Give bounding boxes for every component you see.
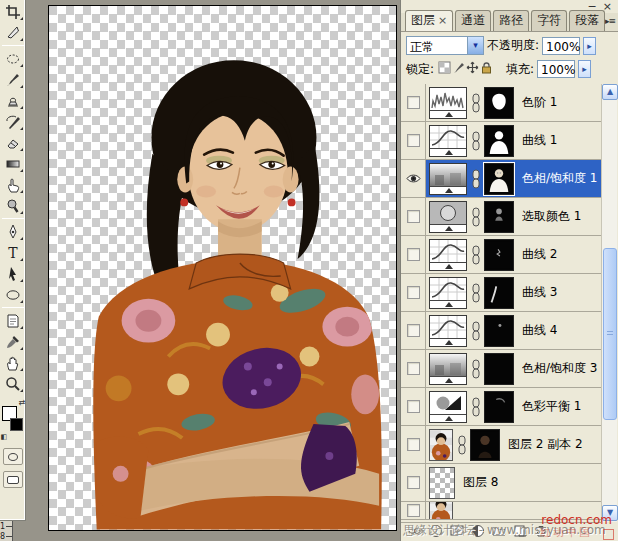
layer-mask-thumbnail[interactable] xyxy=(484,163,514,195)
visibility-toggle[interactable] xyxy=(401,464,426,501)
close-button[interactable]: × xyxy=(603,2,612,11)
layer-row[interactable]: 图层 8 xyxy=(401,464,601,502)
pen-tool[interactable] xyxy=(1,221,25,242)
shape-tool[interactable] xyxy=(1,284,25,305)
tab-character[interactable]: 字符 xyxy=(531,10,567,31)
adjustment-thumbnail[interactable] xyxy=(429,277,467,309)
brush-tool[interactable] xyxy=(1,69,25,90)
link-chain-icon[interactable] xyxy=(470,167,481,191)
layer-mask-icon[interactable] xyxy=(450,524,464,540)
layer-group-icon[interactable] xyxy=(492,524,506,540)
scroll-up-icon[interactable]: ▲ xyxy=(602,84,618,100)
tab-close-icon[interactable]: × xyxy=(438,14,447,27)
adjustment-thumbnail[interactable] xyxy=(429,315,467,347)
blend-mode-select[interactable]: 正常 ▾ xyxy=(406,36,484,55)
tab-paragraph[interactable]: 段落 xyxy=(569,10,605,31)
adjustment-layer-icon[interactable] xyxy=(471,524,485,540)
fill-input[interactable]: 100% xyxy=(537,60,575,78)
layer-row[interactable]: 色彩平衡 1 xyxy=(401,388,601,426)
link-chain-icon[interactable] xyxy=(470,205,481,229)
adjustment-thumbnail[interactable] xyxy=(429,87,467,119)
layer-row-main[interactable]: 图层 8 xyxy=(426,464,601,501)
layer-thumbnail[interactable] xyxy=(429,429,453,461)
layer-row[interactable]: 色相/饱和度 1 xyxy=(401,160,601,198)
history-brush-tool[interactable] xyxy=(1,111,25,132)
layers-scrollbar[interactable]: ▲ ▼ xyxy=(601,84,617,522)
chevron-down-icon[interactable]: ▾ xyxy=(467,37,483,54)
zoom-tool[interactable] xyxy=(1,373,25,394)
lock-transparency-icon[interactable] xyxy=(437,61,451,75)
layer-row-main[interactable]: 图层 2 副本 2 xyxy=(426,426,601,463)
layer-row-main[interactable]: 选取颜色 1 xyxy=(426,198,601,235)
adjustment-thumbnail[interactable] xyxy=(429,353,467,385)
patch-tool[interactable] xyxy=(1,48,25,69)
dodge-tool[interactable] xyxy=(1,195,25,216)
link-chain-icon[interactable] xyxy=(470,281,481,305)
link-chain-icon[interactable] xyxy=(456,433,467,457)
layer-mask-thumbnail[interactable] xyxy=(484,315,514,347)
visibility-toggle[interactable] xyxy=(401,426,426,463)
link-layers-icon[interactable] xyxy=(408,524,422,540)
layer-style-icon[interactable]: f xyxy=(429,524,443,540)
layer-mask-thumbnail[interactable] xyxy=(484,391,514,423)
layer-row[interactable]: 色相/饱和度 3 xyxy=(401,350,601,388)
layer-thumbnail[interactable] xyxy=(429,502,453,520)
visibility-toggle[interactable] xyxy=(401,122,426,159)
new-layer-icon[interactable] xyxy=(513,524,527,540)
scrollbar-thumb[interactable] xyxy=(603,248,617,420)
screen-mode-button[interactable] xyxy=(3,471,23,488)
quick-mask-button[interactable] xyxy=(3,448,23,465)
path-select-tool[interactable] xyxy=(1,263,25,284)
delete-layer-icon[interactable] xyxy=(534,524,548,540)
layer-row[interactable]: 曲线 2 xyxy=(401,236,601,274)
link-chain-icon[interactable] xyxy=(470,243,481,267)
lock-position-icon[interactable] xyxy=(465,61,479,75)
visibility-toggle[interactable] xyxy=(401,198,426,235)
tab-channels[interactable]: 通道 xyxy=(455,10,491,31)
visibility-toggle[interactable] xyxy=(401,502,426,519)
layer-mask-thumbnail[interactable] xyxy=(484,201,514,233)
smudge-tool[interactable] xyxy=(1,174,25,195)
adjustment-thumbnail[interactable] xyxy=(429,163,467,195)
crop-tool[interactable] xyxy=(1,1,25,22)
hand-tool[interactable] xyxy=(1,352,25,373)
link-chain-icon[interactable] xyxy=(470,357,481,381)
link-chain-icon[interactable] xyxy=(470,91,481,115)
visibility-toggle[interactable] xyxy=(401,388,426,425)
notes-tool[interactable] xyxy=(1,310,25,331)
tab-layers[interactable]: 图层× xyxy=(405,10,453,31)
layer-row[interactable] xyxy=(401,502,601,520)
layer-row-main[interactable]: 曲线 2 xyxy=(426,236,601,273)
adjustment-thumbnail[interactable] xyxy=(429,201,467,233)
visibility-toggle[interactable] xyxy=(401,274,426,311)
visibility-toggle[interactable] xyxy=(401,236,426,273)
eyedropper-tool[interactable] xyxy=(1,331,25,352)
layer-row[interactable]: 色阶 1 xyxy=(401,84,601,122)
swap-colors-icon[interactable]: ⇄ xyxy=(19,398,26,407)
document-canvas[interactable] xyxy=(48,5,397,531)
link-chain-icon[interactable] xyxy=(470,319,481,343)
adjustment-thumbnail[interactable] xyxy=(429,391,467,423)
layer-row[interactable]: 曲线 4 xyxy=(401,312,601,350)
layer-row-main[interactable] xyxy=(426,502,601,519)
eraser-tool[interactable] xyxy=(1,132,25,153)
visibility-toggle[interactable] xyxy=(401,350,426,387)
link-chain-icon[interactable] xyxy=(470,129,481,153)
opacity-slider-arrow-icon[interactable]: ▸ xyxy=(583,37,596,55)
layer-mask-thumbnail[interactable] xyxy=(484,277,514,309)
layer-mask-thumbnail[interactable] xyxy=(484,87,514,119)
lock-all-icon[interactable] xyxy=(479,61,493,75)
visibility-toggle[interactable] xyxy=(401,84,426,121)
layer-row[interactable]: 选取颜色 1 xyxy=(401,198,601,236)
slice-tool[interactable] xyxy=(1,22,25,43)
layer-mask-thumbnail[interactable] xyxy=(470,429,500,461)
layer-row[interactable]: 曲线 3 xyxy=(401,274,601,312)
fill-slider-arrow-icon[interactable]: ▸ xyxy=(578,60,591,78)
panel-menu-icon[interactable]: ▸≡ xyxy=(605,16,615,26)
layer-row-main[interactable]: 色相/饱和度 3 xyxy=(426,350,601,387)
gradient-tool[interactable] xyxy=(1,153,25,174)
layer-row-main[interactable]: 色彩平衡 1 xyxy=(426,388,601,425)
transparent-layer-thumbnail[interactable] xyxy=(429,467,455,499)
visibility-toggle[interactable] xyxy=(401,312,426,349)
adjustment-thumbnail[interactable] xyxy=(429,125,467,157)
